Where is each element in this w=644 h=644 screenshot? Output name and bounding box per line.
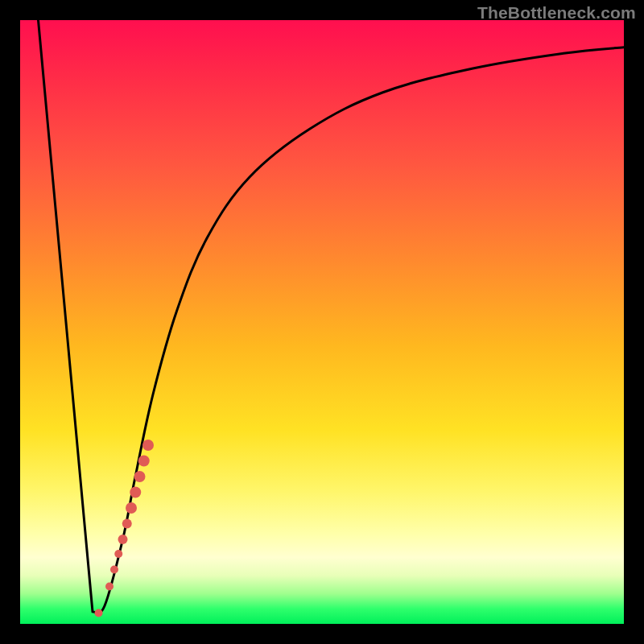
highlight-dot	[142, 440, 154, 451]
highlight-dot	[95, 609, 103, 617]
highlight-dot	[110, 566, 118, 574]
highlight-dot	[105, 583, 114, 591]
chart-stage: TheBottleneck.com	[0, 0, 644, 644]
plot-area	[20, 20, 624, 624]
chart-svg	[20, 20, 624, 624]
highlight-dot	[138, 456, 150, 467]
highlight-dot	[114, 550, 122, 558]
highlight-dot	[130, 487, 141, 498]
highlight-dot	[126, 502, 137, 514]
highlight-dot	[122, 519, 132, 529]
highlight-dot	[118, 535, 128, 544]
highlight-dot	[134, 471, 146, 482]
